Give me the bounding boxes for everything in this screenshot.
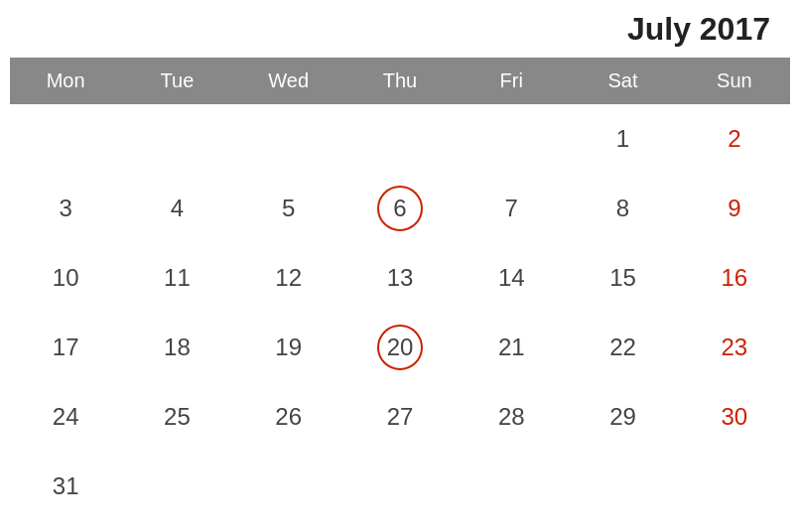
calendar-header-cell: Fri	[456, 58, 567, 104]
calendar-week-row: 12	[10, 104, 790, 174]
calendar-day-cell: 16	[679, 243, 790, 313]
calendar-day-cell: 19	[233, 313, 344, 382]
calendar-header-cell: Mon	[10, 58, 121, 104]
calendar-day-cell	[344, 104, 456, 174]
calendar-day-cell: 8	[567, 174, 678, 243]
calendar-day-cell: 17	[10, 313, 121, 382]
calendar-day-cell: 1	[567, 104, 678, 174]
calendar-week-row: 3456789	[10, 174, 790, 243]
calendar-day-cell: 29	[567, 382, 678, 452]
calendar-day-cell	[456, 452, 567, 521]
calendar-day-cell	[567, 452, 678, 521]
calendar-day-cell: 31	[10, 452, 121, 521]
calendar-day-cell: 5	[233, 174, 344, 243]
calendar-day-cell: 26	[233, 382, 344, 452]
calendar-week-row: 24252627282930	[10, 382, 790, 452]
calendar-day-cell	[233, 452, 344, 521]
calendar-grid: MonTueWedThuFriSatSun 123456789101112131…	[10, 58, 790, 521]
calendar-day-cell	[121, 104, 232, 174]
calendar-day-cell: 3	[10, 174, 121, 243]
calendar-day-cell: 21	[456, 313, 567, 382]
calendar-day-cell: 28	[456, 382, 567, 452]
calendar-header-cell: Tue	[121, 58, 232, 104]
calendar-day-cell	[344, 452, 456, 521]
calendar-day-cell	[10, 104, 121, 174]
calendar-day-cell: 14	[456, 243, 567, 313]
calendar-body: 1234567891011121314151617181920212223242…	[10, 104, 790, 521]
calendar-title: July 2017	[10, 11, 790, 48]
calendar-day-cell: 18	[121, 313, 232, 382]
calendar-day-cell: 2	[679, 104, 790, 174]
calendar-day-cell: 13	[344, 243, 456, 313]
calendar-day-cell: 25	[121, 382, 232, 452]
calendar-day-cell: 15	[567, 243, 678, 313]
calendar-day-cell: 9	[679, 174, 790, 243]
calendar-day-cell	[121, 452, 232, 521]
calendar-wrapper: July 2017 MonTueWedThuFriSatSun 12345678…	[0, 1, 800, 531]
calendar-day-cell	[456, 104, 567, 174]
calendar-day-cell: 10	[10, 243, 121, 313]
calendar-day-cell: 11	[121, 243, 232, 313]
circled-day: 6	[377, 186, 423, 231]
calendar-day-cell: 7	[456, 174, 567, 243]
calendar-day-cell: 6	[344, 174, 456, 243]
calendar-header-cell: Thu	[344, 58, 456, 104]
calendar-day-cell	[679, 452, 790, 521]
circled-day: 20	[377, 325, 423, 370]
calendar-week-row: 10111213141516	[10, 243, 790, 313]
calendar-week-row: 17181920212223	[10, 313, 790, 382]
calendar-day-cell: 20	[344, 313, 456, 382]
calendar-header-cell: Wed	[233, 58, 344, 104]
calendar-day-cell	[233, 104, 344, 174]
calendar-day-cell: 23	[679, 313, 790, 382]
calendar-week-row: 31	[10, 452, 790, 521]
calendar-day-cell: 4	[121, 174, 232, 243]
calendar-day-cell: 12	[233, 243, 344, 313]
calendar-day-cell: 27	[344, 382, 456, 452]
calendar-day-cell: 30	[679, 382, 790, 452]
calendar-header: MonTueWedThuFriSatSun	[10, 58, 790, 104]
calendar-day-cell: 24	[10, 382, 121, 452]
calendar-header-cell: Sun	[679, 58, 790, 104]
calendar-day-cell: 22	[567, 313, 678, 382]
calendar-header-cell: Sat	[567, 58, 678, 104]
